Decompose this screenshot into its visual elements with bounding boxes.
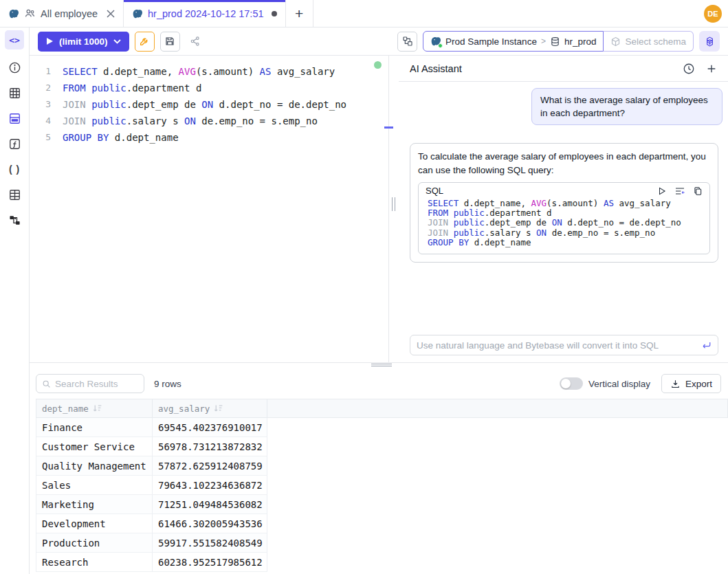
- results-table-header: dept_name avg_salary: [36, 399, 728, 418]
- table-row[interactable]: Development61466.302005943536: [36, 514, 728, 533]
- unsaved-indicator-dot: [272, 11, 277, 16]
- er-diagram-icon[interactable]: [7, 111, 22, 126]
- cell-dept_name: Development: [36, 514, 153, 533]
- schema-cube-icon: [610, 36, 621, 47]
- format-sql-button[interactable]: [135, 32, 155, 52]
- postgresql-icon: [8, 8, 19, 19]
- worksheet-tab-bar: All employee hr_prod 2024-10-12 17:51 + …: [0, 0, 728, 27]
- code-panel-toggle-button[interactable]: <>: [5, 30, 24, 49]
- ai-panel-title: AI Assistant: [410, 63, 683, 74]
- sort-icon: [93, 404, 102, 412]
- copy-icon[interactable]: [693, 186, 703, 196]
- schema-selector[interactable]: Select schema: [604, 31, 694, 52]
- sql-code-block: SQL: [418, 182, 710, 254]
- assistant-message-text: To calculate the average salary of emplo…: [418, 150, 710, 177]
- sort-icon: [214, 404, 223, 412]
- user-message-bubble: What is the average salary of employees …: [531, 88, 723, 125]
- ai-assistant-toggle-button[interactable]: [699, 31, 720, 52]
- table-row[interactable]: Sales79643.102234636872: [36, 476, 728, 495]
- table-row[interactable]: Research60238.952517985612: [36, 553, 728, 572]
- search-icon: [42, 379, 51, 389]
- tables-panel-icon[interactable]: [7, 85, 22, 100]
- table-row[interactable]: Quality Management57872.625912408759: [36, 456, 728, 476]
- info-icon[interactable]: [7, 60, 22, 75]
- instance-database-selector[interactable]: Prod Sample Instance > hr_prod: [423, 31, 604, 52]
- wrench-icon: [139, 36, 150, 47]
- postgresql-icon: [132, 8, 143, 19]
- ai-prompt-input[interactable]: [417, 340, 696, 351]
- editor-overview-cursor-marker: [384, 126, 393, 129]
- play-icon: [46, 37, 54, 45]
- column-header-avg-salary[interactable]: avg_salary: [153, 399, 267, 417]
- ai-input-container: [410, 335, 718, 355]
- cell-dept_name: Production: [36, 533, 153, 553]
- sql-editor[interactable]: 12345 SELECT d.dept_name, AVG(s.amount) …: [30, 56, 389, 362]
- database-icon: [550, 36, 560, 47]
- postgresql-icon: [430, 36, 441, 47]
- schema-diagram-button[interactable]: [397, 32, 417, 52]
- tab-hr-prod[interactable]: hr_prod 2024-10-12 17:51: [124, 0, 286, 27]
- table-row[interactable]: Finance69545.402376910017: [36, 418, 728, 437]
- functions-panel-icon[interactable]: [7, 136, 22, 151]
- procedures-panel-icon[interactable]: ( ): [7, 162, 22, 177]
- new-tab-button[interactable]: +: [286, 0, 313, 27]
- results-panel: 9 rows Vertical display Export dept_name: [30, 368, 728, 574]
- new-chat-icon[interactable]: [706, 63, 717, 74]
- search-results-box[interactable]: [36, 374, 144, 393]
- cell-avg_salary: 79643.102234636872: [153, 476, 267, 495]
- run-query-button[interactable]: (limit 1000): [38, 32, 129, 52]
- table-row[interactable]: Production59917.551582408549: [36, 533, 728, 553]
- horizontal-resize-divider[interactable]: [30, 362, 728, 368]
- database-name: hr_prod: [564, 36, 597, 47]
- cell-dept_name: Quality Management: [36, 456, 153, 476]
- cell-avg_salary: 59917.551582408549: [153, 533, 267, 553]
- tab-all-employee[interactable]: All employee: [0, 0, 124, 27]
- run-code-icon[interactable]: [657, 186, 667, 196]
- insert-into-editor-icon[interactable]: [674, 186, 685, 196]
- tab-label: hr_prod 2024-10-12 17:51: [148, 8, 264, 19]
- external-tables-panel-icon[interactable]: [7, 187, 22, 202]
- row-count-label: 9 rows: [154, 379, 181, 389]
- assistant-message-card: To calculate the average salary of emplo…: [410, 143, 718, 263]
- vertical-drag-handle[interactable]: [392, 197, 395, 211]
- left-sidebar: <> ( ): [0, 27, 30, 574]
- instance-name: Prod Sample Instance: [445, 36, 537, 47]
- search-results-input[interactable]: [55, 379, 138, 389]
- download-icon: [670, 379, 681, 389]
- cell-avg_salary: 71251.049484536082: [153, 495, 267, 514]
- results-table: dept_name avg_salary Finance69545.402376…: [36, 399, 728, 574]
- vertical-display-label: Vertical display: [588, 379, 650, 389]
- schema-placeholder: Select schema: [625, 36, 686, 47]
- schema-flow-icon[interactable]: [7, 212, 22, 228]
- share-button[interactable]: [186, 32, 206, 52]
- column-header-dept-name[interactable]: dept_name: [36, 399, 153, 417]
- cell-dept_name: Sales: [36, 476, 153, 495]
- connection-health-dot: [374, 61, 382, 69]
- user-avatar[interactable]: DE: [704, 5, 722, 23]
- table-row[interactable]: Marketing71251.049484536082: [36, 495, 728, 514]
- vertical-display-toggle[interactable]: [560, 377, 583, 390]
- ai-chat-messages: What is the average salary of employees …: [399, 82, 728, 335]
- history-clock-icon[interactable]: [683, 63, 695, 75]
- cell-dept_name: Marketing: [36, 495, 153, 514]
- save-button[interactable]: [160, 32, 180, 52]
- close-icon[interactable]: [107, 10, 115, 18]
- save-icon: [164, 36, 175, 47]
- submit-return-icon[interactable]: [701, 341, 712, 350]
- sql-code[interactable]: SELECT d.dept_name, AVG(s.amount) AS avg…: [63, 63, 346, 146]
- table-row[interactable]: Customer Service56978.731213872832: [36, 437, 728, 456]
- cell-dept_name: Research: [36, 553, 153, 572]
- chevron-down-icon: [113, 39, 121, 44]
- export-button[interactable]: Export: [661, 374, 721, 393]
- openai-icon: [704, 36, 716, 47]
- cell-avg_salary: 69545.402376910017: [153, 418, 267, 437]
- tab-label: All employee: [41, 8, 98, 19]
- horizontal-drag-handle[interactable]: [371, 364, 392, 366]
- instance-healthy-dot: [438, 43, 443, 48]
- breadcrumb-separator: >: [541, 36, 546, 46]
- code-block-language-label: SQL: [426, 186, 657, 196]
- cell-dept_name: Finance: [36, 418, 153, 437]
- cell-avg_salary: 60238.952517985612: [153, 553, 267, 572]
- vertical-resize-divider[interactable]: [389, 56, 399, 362]
- cell-avg_salary: 61466.302005943536: [153, 514, 267, 533]
